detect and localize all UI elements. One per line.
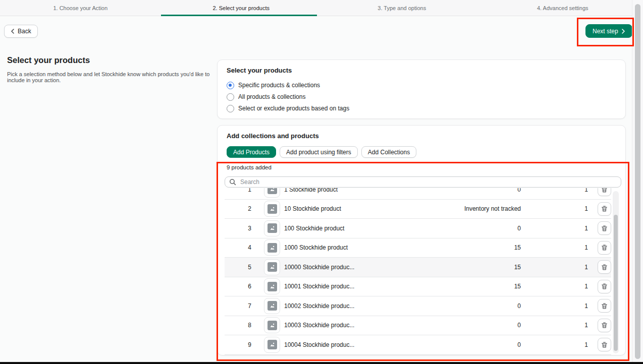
product-thumbnail (264, 188, 280, 198)
image-placeholder-icon (267, 321, 277, 330)
product-inventory: 0 (430, 225, 521, 232)
delete-product-button[interactable] (598, 188, 611, 196)
delete-product-button[interactable] (598, 319, 611, 332)
page-title: Select your products (7, 55, 90, 65)
search-input[interactable] (225, 176, 621, 188)
remove-cell (598, 299, 611, 313)
step-label: 1. Choose your Action (53, 5, 108, 11)
remove-cell (598, 319, 611, 332)
row-index: 7 (225, 302, 251, 310)
window-bottom-edge (0, 362, 643, 364)
product-inventory: 0 (430, 188, 521, 193)
product-quantity: 1 (521, 322, 588, 329)
step-select-products[interactable]: 2. Select your products (161, 0, 322, 16)
product-quantity: 1 (521, 225, 588, 232)
product-inventory: Inventory not tracked (430, 205, 521, 212)
table-row: 6 10001 Stockhide produc... 15 1 (225, 277, 611, 297)
product-thumbnail (264, 298, 280, 314)
product-quantity: 1 (521, 264, 588, 271)
trash-icon (601, 302, 608, 310)
product-inventory: 0 (430, 322, 521, 329)
delete-product-button[interactable] (598, 202, 611, 216)
remove-cell (598, 188, 611, 196)
wizard-stepper: 1. Choose your Action 2. Select your pro… (0, 0, 643, 16)
add-card-title: Add collections and products (227, 132, 616, 140)
radio-unselected-icon (227, 93, 234, 101)
product-list: 1 1 Stockhide product 0 1 (225, 188, 611, 355)
product-thumbnail (264, 201, 280, 217)
row-index: 9 (225, 341, 251, 348)
product-name: 1000 Stockhide product (284, 244, 430, 251)
selection-method-card: Select your products Specific products &… (217, 59, 626, 119)
product-quantity: 1 (521, 205, 588, 212)
row-index: 8 (225, 322, 251, 329)
image-placeholder-icon (267, 262, 277, 272)
image-placeholder-icon (267, 243, 277, 253)
radio-unselected-icon (227, 105, 234, 112)
row-index: 2 (225, 205, 251, 212)
product-name: 10000 Stockhide produc... (284, 264, 430, 271)
radio-label: All products & collections (238, 93, 305, 100)
next-step-button[interactable]: Next step (585, 24, 632, 38)
active-step-underline (161, 15, 317, 16)
table-row: 5 10000 Stockhide produc... 15 1 (225, 258, 611, 277)
row-index: 5 (225, 264, 251, 271)
delete-product-button[interactable] (598, 280, 611, 293)
product-name: 10 Stockhide product (284, 205, 430, 212)
trash-icon (601, 244, 608, 251)
add-products-card: Add collections and products Add Product… (217, 125, 626, 355)
step-advanced-settings[interactable]: 4. Advanced settings (483, 0, 643, 16)
product-thumbnail (264, 220, 280, 236)
radio-all-products[interactable]: All products & collections (227, 93, 616, 101)
radio-selected-icon (227, 82, 234, 89)
radio-tags-based[interactable]: Select or exclude products based on tags (227, 104, 616, 112)
add-buttons-row: Add Products Add product using filters A… (227, 146, 616, 158)
back-button[interactable]: Back (4, 25, 38, 38)
products-added-count: 9 products added (227, 164, 616, 170)
delete-product-button[interactable] (598, 241, 611, 255)
selection-card-title: Select your products (227, 67, 616, 74)
delete-product-button[interactable] (598, 221, 611, 235)
product-inventory: 0 (430, 302, 521, 310)
trash-icon (601, 341, 608, 348)
radio-specific-products[interactable]: Specific products & collections (227, 81, 616, 89)
back-button-label: Back (18, 28, 31, 35)
product-name: 10001 Stockhide produc... (284, 283, 430, 290)
page-scrollbar-track[interactable] (632, 0, 643, 364)
add-product-filters-button[interactable]: Add product using filters (280, 146, 358, 158)
trash-icon (601, 205, 608, 212)
image-placeholder-icon (267, 188, 277, 194)
step-choose-action[interactable]: 1. Choose your Action (0, 0, 161, 16)
trash-icon (601, 264, 608, 271)
add-collections-button[interactable]: Add Collections (361, 146, 416, 158)
trash-icon (601, 188, 608, 193)
product-table-viewport[interactable]: 1 1 Stockhide product 0 1 (225, 188, 611, 355)
page-scrollbar-thumb[interactable] (635, 4, 640, 359)
product-thumbnail (264, 259, 280, 275)
table-scrollbar-track[interactable] (613, 191, 619, 353)
table-row: 1 1 Stockhide product 0 1 (225, 188, 611, 200)
product-name: 10004 Stockhide produc... (284, 341, 430, 348)
trash-icon (601, 322, 608, 329)
table-scrollbar-thumb[interactable] (614, 215, 618, 351)
step-label: 4. Advanced settings (537, 5, 588, 11)
remove-cell (598, 241, 611, 255)
remove-cell (598, 338, 611, 351)
delete-product-button[interactable] (598, 260, 611, 274)
remove-cell (598, 260, 611, 274)
table-row: 9 10004 Stockhide produc... 0 1 (225, 335, 611, 355)
step-type-options[interactable]: 3. Type and options (322, 0, 483, 16)
delete-product-button[interactable] (598, 338, 611, 351)
add-product-filters-label: Add product using filters (286, 149, 351, 156)
product-quantity: 1 (521, 188, 588, 193)
step-label: 2. Select your products (212, 5, 270, 11)
product-thumbnail (264, 239, 280, 256)
product-quantity: 1 (521, 341, 588, 348)
add-collections-label: Add Collections (368, 149, 410, 156)
product-name: 10003 Stockhide produc... (284, 322, 430, 329)
product-quantity: 1 (521, 302, 588, 310)
delete-product-button[interactable] (598, 299, 611, 313)
add-products-button[interactable]: Add Products (227, 146, 276, 158)
trash-icon (601, 225, 608, 232)
image-placeholder-icon (267, 204, 277, 214)
